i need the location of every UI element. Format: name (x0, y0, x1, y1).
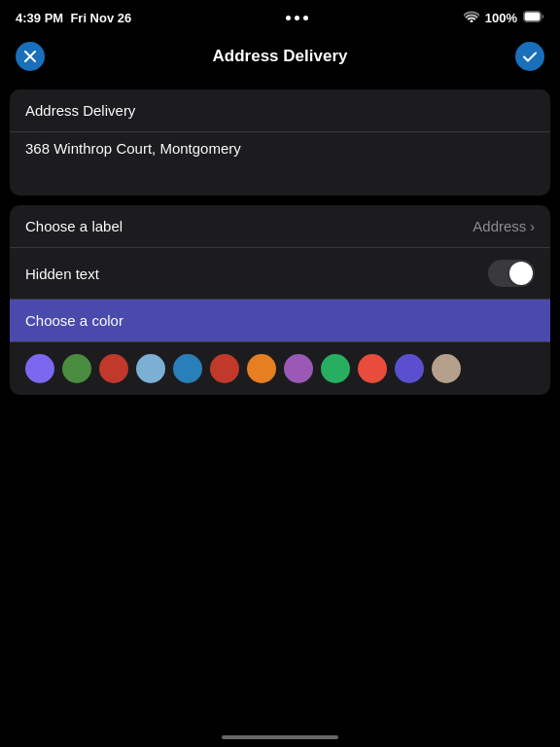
hidden-text-toggle[interactable] (488, 260, 535, 287)
choose-color-label: Choose a color (25, 312, 123, 329)
label-row[interactable]: Choose a label Address › (10, 205, 550, 248)
dot2 (295, 16, 299, 20)
status-time-date: 4:39 PM Fri Nov 26 (16, 11, 131, 25)
color-swatch-purple[interactable] (25, 354, 54, 383)
label-row-text: Choose a label (25, 218, 122, 234)
svg-rect-1 (524, 12, 540, 20)
color-swatch-bright-green[interactable] (321, 354, 350, 383)
nav-bar: Address Delivery (0, 35, 560, 78)
color-swatch-dark-purple[interactable] (395, 354, 424, 383)
color-swatch-dark-red[interactable] (210, 354, 239, 383)
address-value[interactable]: 368 Winthrop Court, Montgomery (10, 132, 550, 196)
hidden-text-row: Hidden text (10, 248, 550, 300)
done-button[interactable] (515, 42, 544, 71)
choose-color-row[interactable]: Choose a color (10, 300, 550, 342)
color-swatch-tan[interactable] (432, 354, 461, 383)
color-swatch-blue[interactable] (173, 354, 202, 383)
color-swatch-orange[interactable] (247, 354, 276, 383)
dot3 (303, 16, 308, 20)
color-swatch-light-blue[interactable] (136, 354, 165, 383)
back-button[interactable] (16, 42, 45, 71)
address-title-label: Address Delivery (25, 102, 135, 119)
status-bar: 4:39 PM Fri Nov 26 100% (0, 0, 560, 35)
address-card: Address Delivery 368 Winthrop Court, Mon… (10, 89, 550, 196)
color-swatch-red[interactable] (99, 354, 128, 383)
color-swatch-pink-red[interactable] (358, 354, 387, 383)
battery-icon (523, 11, 544, 25)
wifi-icon (464, 11, 479, 25)
status-icons: 100% (464, 11, 544, 25)
home-indicator (222, 735, 338, 739)
color-swatch-green[interactable] (62, 354, 91, 383)
dot1 (286, 16, 291, 20)
page-title: Address Delivery (213, 47, 348, 66)
hidden-text-label: Hidden text (25, 266, 99, 282)
color-swatches-row (10, 342, 550, 395)
settings-card: Choose a label Address › Hidden text Cho… (10, 205, 550, 395)
label-value-group: Address › (472, 218, 535, 234)
main-content: Address Delivery 368 Winthrop Court, Mon… (0, 78, 560, 416)
color-swatch-violet[interactable] (284, 354, 313, 383)
chevron-icon: › (530, 219, 535, 234)
label-value: Address (472, 218, 526, 234)
battery-percent: 100% (485, 11, 517, 25)
status-dots (286, 16, 308, 20)
address-title-row: Address Delivery (10, 89, 550, 132)
toggle-thumb (509, 262, 533, 285)
